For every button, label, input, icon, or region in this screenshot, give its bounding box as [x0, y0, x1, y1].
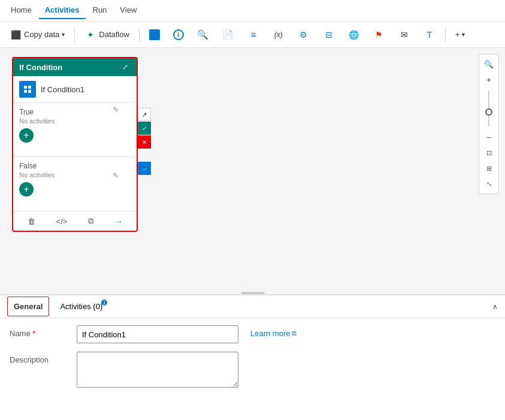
- menu-home[interactable]: Home: [5, 2, 38, 19]
- false-label: False: [19, 162, 131, 170]
- true-add-button[interactable]: +: [19, 128, 34, 143]
- copy-data-label: Copy data: [24, 30, 59, 39]
- copy-data-dropdown-icon: ▾: [62, 31, 65, 38]
- if-condition-footer: 🗑 </> ⧉ →: [13, 211, 137, 231]
- code-button[interactable]: </>: [54, 216, 70, 227]
- true-branch-close-btn[interactable]: ✕: [138, 135, 151, 149]
- tool-mail[interactable]: ✉: [394, 26, 415, 43]
- zoom-out-button[interactable]: −: [482, 130, 496, 144]
- mail-icon: ✉: [398, 29, 410, 41]
- fit-page-button[interactable]: ⊡: [482, 146, 496, 160]
- false-branch: False No activities + →: [13, 157, 137, 211]
- collapse-button[interactable]: ⤡: [482, 177, 496, 191]
- false-edit-icon[interactable]: ✎: [113, 171, 119, 180]
- svg-rect-2: [24, 90, 27, 93]
- tool-search[interactable]: 🔍: [192, 26, 214, 43]
- panel-resize-handle[interactable]: [241, 292, 265, 294]
- true-branch-side-buttons: ↗ ✓ ✕: [138, 108, 151, 149]
- dataflow-label: Dataflow: [99, 30, 129, 39]
- if-condition-expand-btn[interactable]: ⤢: [120, 62, 131, 72]
- name-input[interactable]: [77, 325, 238, 343]
- copy-data-icon: ⬛: [10, 29, 22, 41]
- if-condition-header-title: If Condition: [19, 63, 62, 72]
- external-link-icon: ⧉: [292, 330, 297, 337]
- if-condition-icon: [19, 81, 36, 98]
- tab-activities[interactable]: Activities (0) 1: [54, 297, 108, 316]
- info-icon: i: [173, 29, 184, 40]
- false-branch-arrow-btn[interactable]: →: [138, 162, 151, 175]
- zoom-controls: 🔍 + − ⊡ ⊞ ⤡: [479, 54, 499, 194]
- if-condition-title: If Condition1: [41, 85, 84, 94]
- separator-1: [74, 28, 75, 42]
- more-tools-dropdown-icon: ▾: [462, 31, 465, 38]
- svg-rect-3: [28, 90, 31, 93]
- dataflow-button[interactable]: ✦ Dataflow: [80, 26, 134, 43]
- activities-badge: 1: [101, 300, 107, 306]
- tool-flag[interactable]: ⚑: [368, 26, 390, 43]
- tool-network[interactable]: ⚙: [293, 26, 315, 43]
- dataflow-icon: ✦: [84, 29, 96, 41]
- true-branch-link-btn[interactable]: ↗: [138, 108, 151, 121]
- tool-teams[interactable]: T: [419, 26, 440, 43]
- tab-general[interactable]: General: [7, 297, 49, 316]
- tool-globe[interactable]: 🌐: [343, 26, 365, 43]
- tool-split[interactable]: ⊟: [318, 26, 340, 43]
- globe-icon: 🌐: [348, 29, 360, 41]
- properties-panel: General Activities (0) 1 ∧ Name * Learn …: [0, 294, 505, 420]
- code-icon: (x): [273, 29, 285, 41]
- separator-2: [139, 28, 140, 42]
- description-input[interactable]: [77, 352, 238, 388]
- if-condition-header: If Condition ⤢: [13, 58, 137, 76]
- more-tools-button[interactable]: + ▾: [450, 28, 470, 41]
- description-row: Description: [10, 352, 495, 388]
- zoom-slider-track: [488, 90, 489, 126]
- zoom-in-button[interactable]: +: [482, 72, 496, 87]
- learn-more-link[interactable]: Learn more ⧉: [250, 329, 297, 338]
- panel-tabs: General Activities (0) 1 ∧: [0, 295, 505, 318]
- if-condition-title-row: If Condition1: [13, 76, 137, 103]
- flag-icon: ⚑: [373, 29, 385, 41]
- tab-general-label: General: [14, 302, 43, 311]
- tool-info[interactable]: i: [168, 27, 189, 43]
- canvas-area: If Condition ⤢ If Condition1: [0, 48, 505, 294]
- name-required: *: [32, 329, 35, 338]
- menu-bar: Home Activities Run View: [0, 0, 505, 22]
- false-add-button[interactable]: +: [19, 182, 34, 197]
- search-icon: 🔍: [197, 29, 209, 41]
- tool-code[interactable]: (x): [268, 26, 289, 43]
- zoom-slider-thumb[interactable]: [485, 108, 492, 116]
- tab-activities-label: Activities (0): [60, 302, 102, 311]
- tool-blue-square[interactable]: [144, 27, 165, 43]
- split-icon: ⊟: [323, 29, 335, 41]
- menu-activities[interactable]: Activities: [39, 2, 86, 19]
- name-label: Name *: [10, 325, 69, 338]
- teams-icon: T: [424, 29, 436, 41]
- navigate-button[interactable]: →: [112, 216, 125, 227]
- doc-icon: 📄: [222, 29, 234, 41]
- false-branch-side-buttons: →: [138, 162, 151, 175]
- false-branch-area: False No activities +: [13, 157, 137, 211]
- copy-data-button[interactable]: ⬛ Copy data ▾: [5, 26, 69, 43]
- blue-square-icon: [149, 29, 160, 40]
- svg-rect-1: [28, 86, 31, 89]
- copy-button[interactable]: ⧉: [86, 215, 96, 227]
- delete-button[interactable]: 🗑: [25, 216, 38, 227]
- more-tools-label: +: [455, 30, 460, 39]
- tool-doc[interactable]: 📄: [217, 26, 239, 43]
- panel-body: Name * Learn more ⧉ Description: [0, 318, 505, 395]
- toolbar: ⬛ Copy data ▾ ✦ Dataflow i 🔍 📄 ≡ (x) ⚙ ⊟…: [0, 22, 505, 48]
- menu-view[interactable]: View: [114, 2, 143, 19]
- description-label: Description: [10, 352, 69, 364]
- name-row: Name * Learn more ⧉: [10, 325, 495, 343]
- true-branch-check-btn[interactable]: ✓: [138, 122, 151, 135]
- if-condition-block: If Condition ⤢ If Condition1: [12, 57, 138, 232]
- main-canvas[interactable]: If Condition ⤢ If Condition1: [0, 48, 505, 294]
- fit-selection-button[interactable]: ⊞: [482, 161, 496, 176]
- search-zoom-icon[interactable]: 🔍: [482, 57, 496, 71]
- menu-run[interactable]: Run: [87, 2, 113, 19]
- tool-list[interactable]: ≡: [243, 26, 264, 43]
- network-icon: ⚙: [298, 29, 310, 41]
- learn-more-label: Learn more: [250, 329, 290, 338]
- true-edit-icon[interactable]: ✎: [113, 105, 119, 114]
- panel-collapse-button[interactable]: ∧: [492, 303, 498, 311]
